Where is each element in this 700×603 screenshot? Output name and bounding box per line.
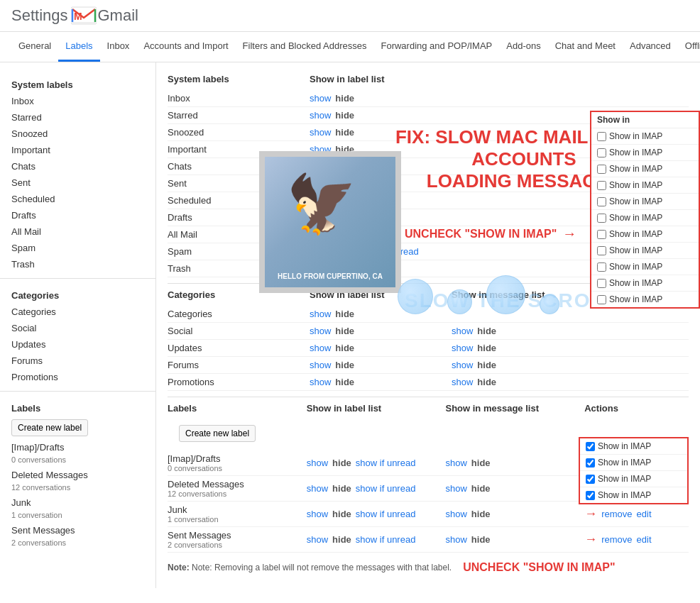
hide-link[interactable]: hide <box>477 360 496 370</box>
nav-accounts[interactable]: Accounts and Import <box>136 32 235 62</box>
show-link[interactable]: show <box>310 263 331 274</box>
show-link[interactable]: show <box>452 360 473 370</box>
sidebar-item-inbox[interactable]: Inbox <box>0 93 155 109</box>
hide-link[interactable]: hide <box>335 343 354 353</box>
hide-link[interactable]: hide <box>335 246 354 257</box>
show-link[interactable]: show <box>310 110 331 121</box>
hide-link[interactable]: hide <box>477 326 496 336</box>
show-link[interactable]: show <box>445 458 466 468</box>
sidebar-item-trash[interactable]: Trash <box>0 256 155 272</box>
hide-link[interactable]: hide <box>332 483 351 494</box>
imap-checkbox-allmail[interactable] <box>597 262 606 272</box>
sidebar-item-deletedmsg[interactable]: Deleted Messages <box>0 467 155 483</box>
sidebar-item-allmail[interactable]: All Mail <box>0 223 155 240</box>
hide-link[interactable]: hide <box>335 212 354 223</box>
hide-link[interactable]: hide <box>335 93 354 104</box>
sidebar-item-promotions[interactable]: Promotions <box>0 369 155 385</box>
sidebar-item-imapdrafts[interactable]: [Imap]/Drafts <box>0 439 155 455</box>
show-link[interactable]: show <box>310 212 331 223</box>
show-link[interactable]: show <box>307 483 328 494</box>
show-link[interactable]: show <box>307 458 328 468</box>
edit-link[interactable]: edit <box>637 534 652 545</box>
imap-checkbox-trash[interactable] <box>597 295 606 304</box>
sidebar-item-starred[interactable]: Starred <box>0 109 155 126</box>
show-link[interactable]: show <box>310 93 331 104</box>
hide-link[interactable]: hide <box>335 127 354 138</box>
hide-link[interactable]: hide <box>477 377 496 387</box>
show-link[interactable]: show <box>452 343 473 353</box>
show-if-unread-link[interactable]: show if unread <box>356 534 416 545</box>
create-label-button-main[interactable]: Create new label <box>179 425 256 442</box>
hide-link[interactable]: hide <box>471 483 491 494</box>
sidebar-item-chats[interactable]: Chats <box>0 158 155 175</box>
nav-chat[interactable]: Chat and Meet <box>548 32 623 62</box>
hide-link[interactable]: hide <box>335 377 354 387</box>
show-link[interactable]: show <box>310 360 331 370</box>
sidebar-item-categories[interactable]: Categories <box>0 304 155 320</box>
hide-link[interactable]: hide <box>332 509 351 519</box>
hide-link[interactable]: hide <box>471 534 491 545</box>
hide-link[interactable]: hide <box>335 263 354 274</box>
remove-link[interactable]: remove <box>601 534 632 545</box>
sidebar-item-forums[interactable]: Forums <box>0 353 155 369</box>
hide-link[interactable]: hide <box>335 326 354 336</box>
sidebar-item-updates[interactable]: Updates <box>0 336 155 353</box>
show-if-unread-link[interactable]: show if unread <box>359 246 419 257</box>
imap-checkbox-spam[interactable] <box>597 279 606 288</box>
imap-checkbox-label2[interactable] <box>586 458 595 468</box>
show-link[interactable]: show <box>310 326 331 336</box>
show-link[interactable]: show <box>445 509 466 519</box>
sidebar-item-sent[interactable]: Sent <box>0 175 155 191</box>
nav-forwarding[interactable]: Forwarding and POP/IMAP <box>373 32 499 62</box>
show-link[interactable]: show <box>310 309 331 319</box>
hide-link[interactable]: hide <box>335 161 354 172</box>
show-link[interactable]: show <box>307 534 328 545</box>
imap-checkbox-label3[interactable] <box>586 475 595 484</box>
hide-link[interactable]: hide <box>477 343 496 353</box>
sidebar-item-sentmsg[interactable]: Sent Messages <box>0 522 155 538</box>
sidebar-item-important[interactable]: Important <box>0 142 155 158</box>
show-if-unread-link[interactable]: show if unread <box>356 458 416 468</box>
hide-link[interactable]: hide <box>335 144 354 155</box>
nav-filters[interactable]: Filters and Blocked Addresses <box>236 32 374 62</box>
show-link[interactable]: show <box>445 534 466 545</box>
show-link[interactable]: show <box>310 377 331 387</box>
show-link[interactable]: show <box>310 178 331 189</box>
sidebar-item-junk[interactable]: Junk <box>0 494 155 511</box>
hide-link[interactable]: hide <box>471 509 491 519</box>
show-link[interactable]: show <box>452 326 473 336</box>
hide-link[interactable]: hide <box>471 458 491 468</box>
nav-advanced[interactable]: Advanced <box>623 32 678 62</box>
show-if-unread-link[interactable]: show if unread <box>356 483 416 494</box>
hide-link[interactable]: hide <box>335 178 354 189</box>
imap-checkbox-chats[interactable] <box>597 197 606 206</box>
show-link[interactable]: show <box>310 161 331 172</box>
hide-link[interactable]: hide <box>332 534 351 545</box>
imap-checkbox-scheduled[interactable] <box>597 230 606 239</box>
edit-link[interactable]: edit <box>637 509 652 519</box>
show-link[interactable]: show <box>445 483 466 494</box>
hide-link[interactable]: hide <box>335 195 354 206</box>
show-if-unread-link[interactable]: show if unread <box>356 509 416 519</box>
nav-general[interactable]: General <box>11 32 58 62</box>
imap-checkbox-snoozed[interactable] <box>597 165 606 174</box>
imap-checkbox-inbox[interactable] <box>597 132 606 141</box>
nav-offline[interactable]: Offline <box>678 32 700 62</box>
hide-link[interactable]: hide <box>332 458 351 468</box>
nav-inbox[interactable]: Inbox <box>100 32 137 62</box>
imap-checkbox-important[interactable] <box>597 181 606 190</box>
sidebar-item-snoozed[interactable]: Snoozed <box>0 126 155 142</box>
nav-addons[interactable]: Add-ons <box>499 32 547 62</box>
show-link[interactable]: show <box>310 127 331 138</box>
show-link[interactable]: show <box>310 246 331 257</box>
sidebar-item-drafts[interactable]: Drafts <box>0 207 155 223</box>
show-link[interactable]: show <box>310 144 331 155</box>
show-link[interactable]: show <box>452 377 473 387</box>
show-link[interactable]: show <box>310 229 331 240</box>
sidebar-item-spam[interactable]: Spam <box>0 240 155 256</box>
sidebar-item-social[interactable]: Social <box>0 320 155 336</box>
hide-link[interactable]: hide <box>335 110 354 121</box>
hide-link[interactable]: hide <box>335 229 354 240</box>
imap-checkbox-label4[interactable] <box>586 491 595 500</box>
imap-checkbox-label1[interactable] <box>586 442 595 451</box>
